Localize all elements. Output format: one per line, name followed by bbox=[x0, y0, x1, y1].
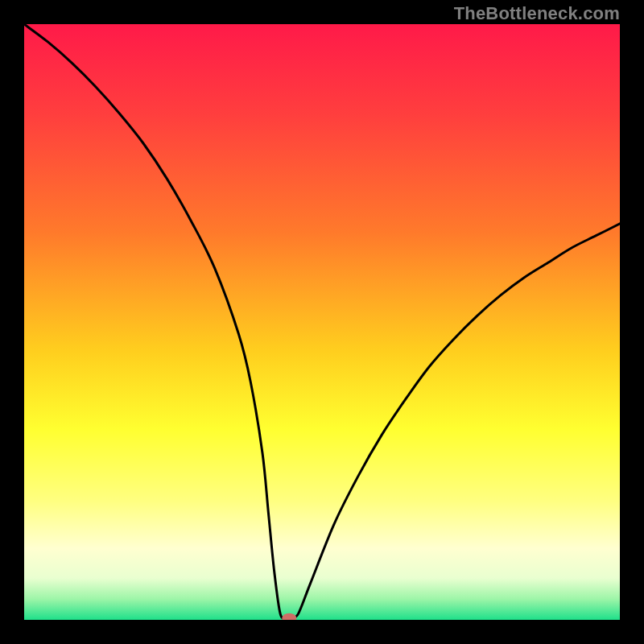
plot-area bbox=[24, 24, 620, 620]
outer-black-frame: TheBottleneck.com bbox=[0, 0, 644, 644]
chart-svg bbox=[24, 24, 620, 620]
source-credit: TheBottleneck.com bbox=[454, 3, 620, 24]
gradient-background bbox=[24, 24, 620, 620]
